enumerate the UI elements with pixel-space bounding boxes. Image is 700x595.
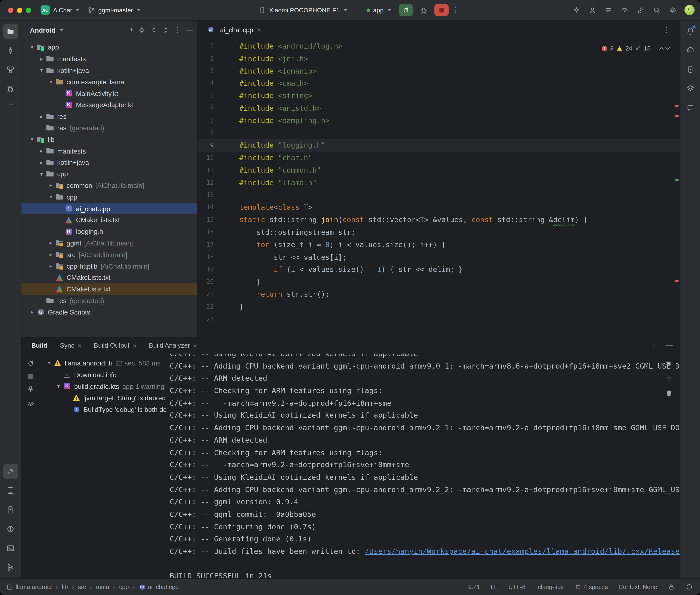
- code-line[interactable]: 8: [198, 127, 680, 139]
- build-tool-button[interactable]: [3, 464, 18, 479]
- chevron-down-icon[interactable]: [47, 194, 55, 200]
- project-tree-item[interactable]: cpp-httplib[AiChat.lib.main]: [22, 260, 197, 272]
- build-tree-item[interactable]: build.gradle.ktsapp 1 warning: [39, 380, 170, 392]
- breadcrumb-item[interactable]: ai_chat.cpp: [139, 584, 179, 590]
- build-tree-item[interactable]: llama.android: fi22 sec, 583 ms: [39, 357, 170, 369]
- project-tree-item[interactable]: kotlin+java: [22, 157, 197, 168]
- project-tree-item[interactable]: manifests: [22, 145, 197, 157]
- hide-panel-icon[interactable]: —: [186, 26, 193, 34]
- maximize-window-button[interactable]: [26, 7, 31, 12]
- gradle-tool-button[interactable]: [682, 42, 698, 58]
- code-line[interactable]: 7#include <sampling.h>: [198, 115, 680, 127]
- clear-console-icon[interactable]: [665, 389, 673, 397]
- soft-wrap-icon[interactable]: [665, 359, 673, 366]
- chevron-down-icon[interactable]: [54, 383, 63, 389]
- running-devices-tool-button[interactable]: [682, 62, 698, 77]
- locate-file-icon[interactable]: [138, 26, 145, 34]
- todo-button[interactable]: [601, 4, 616, 16]
- problems-tool-button[interactable]: [3, 521, 18, 536]
- chevron-down-icon[interactable]: [28, 45, 36, 50]
- build-options-icon[interactable]: ⋮: [650, 342, 657, 349]
- more-tools-icon[interactable]: ⋯: [7, 101, 14, 108]
- stripe-mark[interactable]: [675, 115, 678, 117]
- editor-tab[interactable]: ai_chat.cpp ×: [202, 21, 266, 39]
- chevron-right-icon[interactable]: [47, 240, 55, 246]
- error-stripe[interactable]: [674, 39, 680, 337]
- project-tree-item[interactable]: cpp: [22, 168, 197, 179]
- project-selector[interactable]: AC AiChat: [37, 4, 84, 17]
- code-line[interactable]: 12#include "llama.h": [198, 177, 680, 189]
- chevron-down-icon[interactable]: [37, 67, 46, 73]
- close-window-button[interactable]: [8, 7, 13, 12]
- caret-position[interactable]: 9:21: [468, 584, 480, 590]
- stripe-mark[interactable]: [675, 179, 678, 181]
- project-tree-item[interactable]: logging.h: [22, 226, 197, 237]
- stop-sync-icon[interactable]: [28, 374, 33, 379]
- build-tree-item[interactable]: Download info: [39, 369, 170, 380]
- editor-body[interactable]: 1#include <android/log.h>2#include <jni.…: [198, 39, 680, 337]
- code-line[interactable]: 20 }: [198, 276, 680, 288]
- chevron-right-icon[interactable]: [37, 114, 46, 119]
- project-tree-item[interactable]: Gradle Scripts: [22, 306, 197, 318]
- lock-icon[interactable]: [668, 583, 675, 591]
- project-tree-item[interactable]: app: [22, 41, 197, 53]
- code-line[interactable]: 9#include "logging.h": [198, 140, 680, 152]
- device-manager-tool-button[interactable]: [3, 483, 18, 498]
- settings-button[interactable]: [666, 4, 680, 16]
- code-line[interactable]: 13: [198, 189, 680, 201]
- sync-button[interactable]: [634, 4, 648, 16]
- build-tree-item[interactable]: 'jvmTarget: String' is deprec: [39, 392, 170, 403]
- tab-build-output[interactable]: Build Output×: [94, 342, 137, 349]
- collapse-all-icon[interactable]: [162, 26, 170, 34]
- code-line[interactable]: 18 str << values[i];: [198, 251, 680, 263]
- project-tree-item[interactable]: lib: [22, 134, 197, 145]
- panel-options-icon[interactable]: ⋮: [174, 26, 181, 34]
- code-line[interactable]: 15static std::string join(const std::vec…: [198, 214, 680, 226]
- breadcrumb-item[interactable]: cpp: [119, 584, 129, 590]
- project-tree-item[interactable]: res: [22, 111, 197, 122]
- indent-setting[interactable]: 4 spaces: [575, 584, 608, 590]
- breadcrumb-item[interactable]: src: [78, 584, 86, 590]
- code-line[interactable]: 17 for (size_t i = 0; i < values.size();…: [198, 238, 680, 251]
- code-line[interactable]: 21 return str.str();: [198, 288, 680, 301]
- code-line[interactable]: 10#include "chat.h": [198, 152, 680, 164]
- project-tree-item[interactable]: res(generated): [22, 122, 197, 134]
- logcat-tool-button[interactable]: [3, 502, 18, 517]
- code-line[interactable]: 22}: [198, 301, 680, 313]
- project-tree-item[interactable]: com.example.llama: [22, 76, 197, 87]
- project-tree-item[interactable]: res(generated): [22, 295, 197, 306]
- code-line[interactable]: 6#include <unistd.h>: [198, 102, 680, 115]
- tab-build-analyzer[interactable]: Build Analyzer×: [149, 342, 197, 349]
- ai-actions-button[interactable]: [569, 4, 584, 16]
- build-panel-title[interactable]: Build: [31, 342, 47, 349]
- project-tree-item[interactable]: MessageAdapter.kt: [22, 99, 197, 111]
- close-icon[interactable]: ×: [193, 343, 197, 348]
- project-view-selector[interactable]: Android: [30, 26, 56, 34]
- chevron-right-icon[interactable]: [37, 56, 46, 61]
- notifications-button[interactable]: [682, 23, 698, 38]
- build-tree-item[interactable]: BuildType 'debug' is both de: [39, 403, 170, 415]
- debug-button[interactable]: [417, 4, 431, 16]
- user-avatar[interactable]: [684, 5, 695, 15]
- code-line[interactable]: 4#include <cmath>: [198, 77, 680, 90]
- pull-requests-tool-button[interactable]: [3, 81, 18, 96]
- profiler-button[interactable]: [617, 4, 632, 16]
- pin-icon[interactable]: [27, 386, 34, 393]
- expand-all-icon[interactable]: [150, 26, 158, 34]
- project-tree-item[interactable]: MainActivity.kt: [22, 88, 197, 99]
- run-button[interactable]: [399, 4, 413, 16]
- device-selector[interactable]: Xiaomi POCOPHONE F1: [254, 4, 351, 16]
- branch-selector[interactable]: ggml-master: [84, 4, 145, 16]
- line-separator[interactable]: LF: [491, 584, 498, 590]
- project-tree-item[interactable]: CMakeLists.txt: [22, 214, 197, 226]
- new-item-icon[interactable]: +: [129, 26, 134, 34]
- project-tree-item[interactable]: cpp: [22, 191, 197, 203]
- chevron-right-icon[interactable]: [37, 148, 46, 153]
- next-problem-icon[interactable]: [666, 46, 670, 50]
- inspections-widget[interactable]: ! 3 24 ✓ 15: [601, 42, 669, 55]
- run-configuration-selector[interactable]: app: [362, 5, 395, 16]
- chevron-down-icon[interactable]: [45, 360, 53, 366]
- hide-build-panel-icon[interactable]: —: [666, 342, 673, 349]
- project-tree-item[interactable]: manifests: [22, 53, 197, 64]
- breadcrumb-item[interactable]: lib: [62, 584, 68, 590]
